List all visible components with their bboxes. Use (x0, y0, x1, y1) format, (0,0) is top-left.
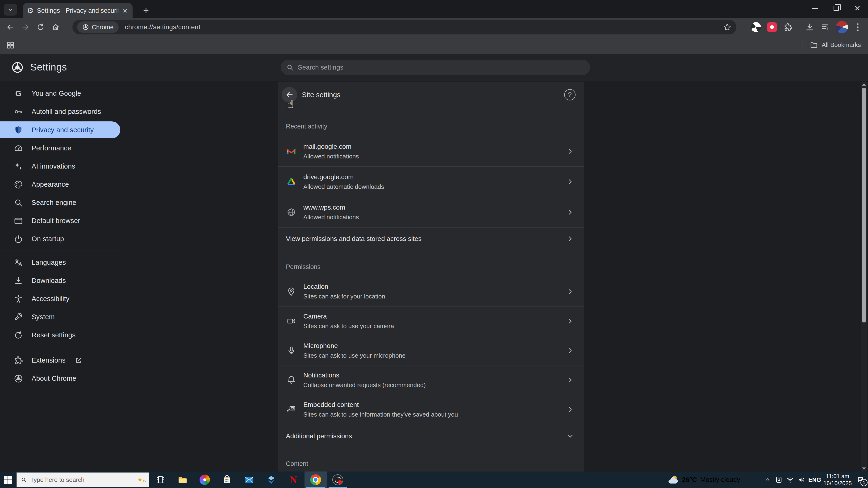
settings-search-input[interactable] (298, 64, 585, 71)
view-all-permissions-row[interactable]: View permissions and data stored across … (278, 228, 584, 250)
palette-icon (13, 180, 24, 189)
scrollbar-thumb[interactable] (862, 88, 866, 323)
site-row-drive-google[interactable]: drive.google.com Allowed automatic downl… (278, 167, 584, 197)
wifi-icon[interactable] (784, 471, 796, 488)
start-button[interactable] (0, 471, 16, 488)
permission-row-camera[interactable]: Camera Sites can ask to use your camera (278, 306, 584, 336)
sidebar-item-you-and-google[interactable]: G You and Google (0, 85, 120, 102)
permission-row-microphone[interactable]: Microphone Sites can ask to use your mic… (278, 336, 584, 365)
sidebar-item-system[interactable]: System (0, 308, 120, 326)
close-button[interactable]: × (847, 0, 868, 17)
minimize-button[interactable] (804, 0, 826, 17)
sidebar-item-accessibility[interactable]: Accessibility (0, 290, 120, 308)
forward-button[interactable] (18, 20, 33, 35)
reload-icon (36, 23, 44, 31)
apps-grid-icon[interactable] (6, 41, 14, 49)
permission-row-embedded-content[interactable]: Embedded content Sites can ask to use in… (278, 395, 584, 424)
extensions-puzzle-icon[interactable] (781, 20, 795, 34)
taskbar-search-input[interactable] (30, 476, 133, 484)
sidebar-item-performance[interactable]: Performance (0, 139, 120, 157)
screen-recorder-app-button[interactable] (327, 471, 349, 488)
camera-icon (286, 316, 297, 326)
profile-avatar[interactable] (835, 20, 849, 34)
show-desktop-button[interactable] (866, 471, 868, 488)
speedometer-icon (13, 143, 24, 153)
site-row-mail-google[interactable]: mail.google.com Allowed notifications (278, 136, 584, 167)
sidebar-item-ai-innovations[interactable]: AI innovations (0, 157, 120, 175)
sidebar-item-downloads[interactable]: Downloads (0, 271, 120, 290)
taskbar-clock[interactable]: 11:01 am 16/10/2025 (822, 473, 853, 487)
clock-time: 11:01 am (822, 473, 853, 480)
all-bookmarks[interactable]: All Bookmarks (802, 40, 861, 50)
chevron-down-icon (566, 432, 574, 440)
globe-icon (286, 207, 297, 217)
netflix-n-icon: N (290, 474, 297, 486)
sidebar-item-privacy-and-security[interactable]: Privacy and security (0, 121, 120, 138)
task-view-button[interactable] (149, 471, 172, 488)
language-indicator[interactable]: ENG (807, 477, 822, 483)
sidebar-item-appearance[interactable]: Appearance (0, 175, 120, 194)
menu-kebab-icon[interactable] (851, 20, 865, 34)
home-button[interactable] (48, 20, 63, 35)
sidebar-item-on-startup[interactable]: On startup (0, 230, 120, 248)
new-tab-button[interactable]: + (140, 5, 152, 17)
volume-icon[interactable] (796, 471, 807, 488)
copilot-app-button[interactable] (194, 471, 216, 488)
mail-app-button[interactable] (238, 471, 260, 488)
additional-permissions-row[interactable]: Additional permissions (278, 424, 584, 448)
extension-round-icon[interactable] (749, 20, 763, 34)
omnibox[interactable]: Chrome chrome://settings/content (72, 20, 736, 34)
page-header: ☝ Site settings ? (278, 82, 584, 108)
restore-button[interactable] (826, 0, 847, 17)
search-highlights-sparkle-icon[interactable]: ✦✦•• (137, 476, 145, 484)
sidebar-item-default-browser[interactable]: Default browser (0, 212, 120, 230)
hidden-icons-chevron[interactable] (762, 471, 773, 488)
site-row-wps[interactable]: www.wps.com Allowed notifications (278, 197, 584, 228)
sidebar-item-reset-settings[interactable]: Reset settings (0, 326, 120, 344)
reload-button[interactable] (33, 20, 48, 35)
netflix-app-button[interactable]: N (282, 471, 305, 488)
help-icon[interactable]: ? (564, 89, 576, 100)
back-button-page[interactable] (282, 87, 297, 102)
media-controls-icon[interactable]: ♪ (819, 20, 833, 34)
file-explorer-button[interactable] (172, 471, 194, 488)
weather-cloud-sun-icon (668, 475, 679, 485)
url-chip-label: Chrome (92, 24, 114, 31)
sidebar-item-extensions[interactable]: Extensions (0, 351, 120, 369)
tab-search-button[interactable] (4, 4, 17, 15)
active-tab[interactable]: ⚙ Settings - Privacy and security × (23, 3, 132, 18)
settings-search-box[interactable] (281, 60, 590, 75)
scroll-down-arrow[interactable] (861, 466, 867, 471)
downloads-icon[interactable] (803, 20, 816, 34)
bookmark-star-icon[interactable] (723, 23, 732, 32)
permission-row-notifications[interactable]: Notifications Collapse unwanted requests… (278, 365, 584, 395)
download-icon (13, 276, 24, 286)
magnifier-icon (13, 198, 24, 207)
minimize-icon (812, 8, 818, 9)
url-text[interactable]: chrome://settings/content (125, 23, 200, 31)
sidebar-item-languages[interactable]: Languages (0, 253, 120, 271)
permission-row-location[interactable]: Location Sites can ask for your location (278, 277, 584, 306)
sidebar-item-autofill[interactable]: Autofill and passwords (0, 102, 120, 121)
taskbar-search-box[interactable]: ✦✦•• (17, 473, 149, 487)
chevron-right-icon (566, 148, 574, 155)
scroll-up-arrow[interactable] (861, 82, 867, 87)
sidebar-divider (0, 251, 120, 251)
taskbar-weather[interactable]: 26°C Mostly cloudy (668, 475, 740, 485)
site-name: mail.google.com (303, 143, 359, 151)
microsoft-store-button[interactable] (216, 471, 238, 488)
extension-red-icon[interactable] (765, 20, 779, 34)
sync-device-icon[interactable] (773, 471, 784, 488)
sidebar-item-about-chrome[interactable]: About Chrome (0, 369, 120, 388)
blue-layers-app-button[interactable] (260, 471, 282, 488)
puzzle-icon (13, 356, 24, 365)
settings-header: Settings (0, 54, 868, 81)
page-scrollbar[interactable] (861, 82, 867, 471)
url-chip[interactable]: Chrome (77, 22, 119, 33)
sidebar-item-search-engine[interactable]: Search engine (0, 194, 120, 212)
tab-close-icon[interactable]: × (122, 7, 128, 14)
back-button[interactable] (3, 20, 18, 35)
settings-app-title: Settings (30, 62, 67, 73)
chrome-app-button[interactable] (305, 471, 327, 488)
reset-arrow-icon (13, 330, 24, 340)
